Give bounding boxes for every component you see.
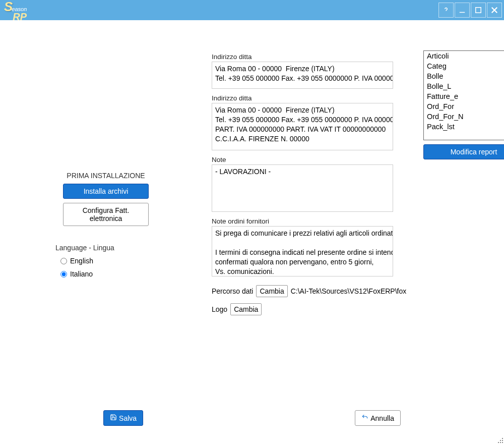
lang-italian-radio[interactable] xyxy=(60,271,67,278)
help-button[interactable] xyxy=(438,3,454,18)
list-item[interactable]: Categ xyxy=(424,61,504,71)
note-input[interactable] xyxy=(212,164,393,212)
report-listbox[interactable]: Articoli Categ Bolle Bolle_L Fatture_e O… xyxy=(423,50,504,140)
middle-panel: Indirizzo ditta Indirizzo ditta Note Not… xyxy=(212,30,413,444)
address2-label: Indirizzo ditta xyxy=(212,94,413,102)
cancel-button[interactable]: Annulla xyxy=(355,410,401,426)
note-label: Note xyxy=(212,156,413,163)
save-icon xyxy=(110,414,117,422)
maximize-button[interactable] xyxy=(471,3,486,18)
config-einvoice-button[interactable]: Configura Fatt. elettronica xyxy=(63,203,149,226)
list-item[interactable]: Pack_lst xyxy=(424,122,504,132)
address1-input[interactable] xyxy=(212,62,393,89)
list-item[interactable]: Bolle xyxy=(424,71,504,81)
list-item[interactable]: Bolle_L xyxy=(424,81,504,91)
titlebar: S eason RP xyxy=(0,0,504,20)
address2-input[interactable] xyxy=(212,103,393,150)
svg-rect-1 xyxy=(476,8,481,13)
bottom-bar: Salva Annulla xyxy=(0,410,504,430)
lang-english-radio[interactable] xyxy=(60,258,67,264)
undo-icon xyxy=(361,414,368,422)
lang-italian-option[interactable]: Italiano xyxy=(60,270,202,278)
list-item[interactable]: Ord_For_N xyxy=(424,112,504,122)
list-item[interactable]: Fatture_e xyxy=(424,91,504,101)
logo-label: Logo xyxy=(212,305,227,313)
window-controls xyxy=(438,3,502,18)
minimize-button[interactable] xyxy=(455,3,470,18)
logo-change-button[interactable]: Cambia xyxy=(230,303,262,315)
lang-italian-label: Italiano xyxy=(70,270,93,278)
lang-english-label: English xyxy=(70,257,93,265)
lang-english-option[interactable]: English xyxy=(60,257,202,265)
install-archives-button[interactable]: Installa archivi xyxy=(63,184,149,199)
resize-grip[interactable] xyxy=(496,436,503,443)
close-button[interactable] xyxy=(487,3,502,18)
datapath-value: C:\AI-Tek\Sources\VS12\FoxERP\fox xyxy=(291,287,407,295)
save-button[interactable]: Salva xyxy=(103,410,143,426)
datapath-change-button[interactable]: Cambia xyxy=(256,285,287,297)
install-header: PRIMA INSTALLAZIONE xyxy=(10,172,202,180)
list-item[interactable]: Ord_For xyxy=(424,101,504,112)
language-header: Language - Lingua xyxy=(55,244,202,252)
address1-label: Indirizzo ditta xyxy=(212,53,413,61)
note-orders-input[interactable] xyxy=(212,226,393,276)
note-orders-label: Note ordini fornitori xyxy=(212,217,413,225)
list-item[interactable]: Articoli xyxy=(424,51,504,61)
left-panel: PRIMA INSTALLAZIONE Installa archivi Con… xyxy=(10,30,202,444)
app-logo: S eason RP xyxy=(4,0,27,21)
save-label: Salva xyxy=(119,414,137,422)
modify-report-button[interactable]: Modifica report xyxy=(423,144,504,159)
cancel-label: Annulla xyxy=(370,414,394,422)
right-panel: Articoli Categ Bolle Bolle_L Fatture_e O… xyxy=(423,30,504,444)
datapath-label: Percorso dati xyxy=(212,287,253,295)
